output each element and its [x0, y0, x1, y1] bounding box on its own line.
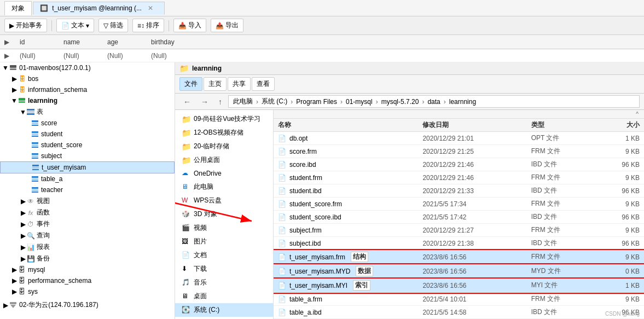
queries-group-item[interactable]: ▶ 🔍 查询: [0, 230, 175, 241]
file-name-11: 📄 t_user_myisam.MYI索引: [278, 280, 422, 291]
functions-group-item[interactable]: ▶ fx 函数: [0, 207, 175, 218]
nav-up-btn[interactable]: ↑: [214, 96, 226, 108]
file-row-6[interactable]: 📄 student_score.ibd2021/5/5 17:42 IBD 文件…: [274, 211, 644, 224]
nav-c-drive[interactable]: 💽 系统 (C:): [175, 303, 273, 317]
server-2-arrow[interactable]: ▶: [2, 301, 9, 309]
server-2-item[interactable]: ▶ 02-华为云(124.70.196.187): [0, 299, 175, 311]
db-bos-item[interactable]: ▶ 🗄 bos: [0, 73, 175, 84]
fe-tab-file[interactable]: 文件: [179, 77, 202, 91]
reports-arrow[interactable]: ▶: [20, 243, 26, 251]
db-perfschema-item[interactable]: ▶ 🗄 performance_schema: [0, 275, 175, 286]
path-learnning: learnning: [449, 98, 476, 106]
table-student-score-item[interactable]: student_score: [0, 140, 175, 150]
sort-btn[interactable]: ≡↕ 排序: [132, 19, 164, 32]
text-btn[interactable]: 📄 文本 ▾: [56, 19, 94, 32]
reports-group-item[interactable]: ▶ 📊 报表: [0, 241, 175, 253]
server-1-item[interactable]: ▼ 01-mavenbos(127.0.0.1): [0, 62, 175, 73]
db-bos-label: bos: [28, 75, 38, 83]
table-subject-item[interactable]: subject: [0, 150, 175, 161]
table-score-item[interactable]: score: [0, 118, 175, 129]
file-row-10[interactable]: 📄 t_user_myisam.MYD数据2023/8/6 16:56 MYD …: [274, 264, 644, 279]
file-row-9[interactable]: 📄 t_user_myisam.frm结构2023/8/6 16:56 FRM …: [274, 250, 644, 264]
nav-pictures[interactable]: 🖼 图片: [175, 235, 273, 248]
file-row-1[interactable]: 📄 score.frm2020/12/29 21:25 FRM 文件 9 KB: [274, 145, 644, 158]
col-age[interactable]: age: [103, 38, 147, 46]
functions-arrow[interactable]: ▶: [20, 209, 26, 217]
nav-forward-btn[interactable]: →: [197, 96, 212, 108]
file-type-9: FRM 文件: [531, 252, 604, 262]
object-tab[interactable]: 对象: [4, 1, 32, 15]
db-sys-item[interactable]: ▶ 🗄 sys: [0, 286, 175, 297]
db-mysql-item[interactable]: ▶ 🗄 mysql: [0, 264, 175, 275]
header-size[interactable]: 大小: [604, 120, 640, 130]
fe-tab-view[interactable]: 查看: [252, 77, 275, 91]
file-row-5[interactable]: 📄 student_score.frm2021/5/5 17:34 FRM 文件…: [274, 198, 644, 211]
filter-btn[interactable]: ▽ 筛选: [98, 19, 128, 32]
header-date[interactable]: 修改日期: [422, 120, 531, 130]
header-type[interactable]: 类型: [531, 120, 604, 130]
file-row-0[interactable]: 📄 db.opt2020/12/29 21:01 OPT 文件 1 KB: [274, 132, 644, 145]
file-row-13[interactable]: 📄 table_a.ibd2021/5/5 14:58 IBD 文件 96 KB: [274, 306, 644, 319]
import-btn[interactable]: 📥 导入: [173, 19, 206, 32]
nav-desktop[interactable]: 🖥 桌面: [175, 289, 273, 303]
nav-09[interactable]: 📁 09-尚硅谷Vue技术学习: [175, 112, 273, 126]
events-arrow[interactable]: ▶: [20, 221, 26, 228]
begin-transaction-btn[interactable]: ▶ 开始事务: [4, 19, 47, 32]
table-teacher-item[interactable]: teacher: [0, 184, 175, 195]
server-1-arrow[interactable]: ▼: [2, 64, 9, 72]
nav-20[interactable]: 📁 20-临时存储: [175, 140, 273, 153]
views-group-item[interactable]: ▶ 👁 视图: [0, 195, 175, 207]
learnning-arrow[interactable]: ▼: [11, 97, 18, 105]
export-btn[interactable]: 📤 导出: [211, 19, 243, 32]
table-student-item[interactable]: student: [0, 129, 175, 140]
perfschema-arrow[interactable]: ▶: [11, 277, 18, 285]
col-birthday[interactable]: birthday: [147, 38, 190, 46]
db-learnning-item[interactable]: ▼ learnning: [0, 95, 175, 106]
file-row-11[interactable]: 📄 t_user_myisam.MYI索引2023/8/6 16:56 MYI …: [274, 279, 644, 293]
close-tab-icon[interactable]: ✕: [148, 4, 153, 12]
nav-downloads[interactable]: ⬇ 下载: [175, 262, 273, 276]
file-row-4[interactable]: 📄 student.ibd2020/12/29 21:33 IBD 文件 96 …: [274, 184, 644, 198]
nav-music[interactable]: 🎵 音乐: [175, 276, 273, 289]
address-path[interactable]: 此电脑 › 系统 (C:) › Program Files › 01-mysql…: [228, 95, 640, 108]
bos-arrow[interactable]: ▶: [11, 75, 18, 83]
tables-arrow[interactable]: ▼: [20, 108, 26, 116]
fe-tab-home[interactable]: 主页: [204, 77, 227, 91]
nav-wps[interactable]: W WPS云盘: [175, 194, 273, 207]
nav-onedrive[interactable]: ☁ OneDrive: [175, 167, 273, 180]
svg-rect-6: [27, 113, 34, 115]
sys-arrow[interactable]: ▶: [11, 288, 18, 295]
tables-group-item[interactable]: ▼ 表: [0, 106, 175, 118]
header-name[interactable]: 名称: [278, 120, 422, 130]
mysql-arrow[interactable]: ▶: [11, 266, 18, 274]
file-row-7[interactable]: 📄 subject.frm2020/12/29 21:27 FRM 文件 9 K…: [274, 224, 644, 237]
nav-public-desktop[interactable]: 📁 公用桌面: [175, 153, 273, 167]
infschema-arrow[interactable]: ▶: [11, 86, 18, 94]
table-table-a-item[interactable]: table_a: [0, 173, 175, 184]
nav-d-drive[interactable]: 💽 本地 (D:): [175, 317, 273, 319]
queries-arrow[interactable]: ▶: [20, 232, 26, 240]
table-tab[interactable]: 🔲 t_user_myisam @learnning (... ✕: [33, 2, 165, 15]
nav-video[interactable]: 🎬 视频: [175, 221, 273, 235]
file-row-2[interactable]: 📄 score.ibd2020/12/29 21:46 IBD 文件 96 KB: [274, 158, 644, 171]
table-score-label: score: [41, 119, 57, 127]
file-row-3[interactable]: 📄 student.frm2020/12/29 21:46 FRM 文件 9 K…: [274, 171, 644, 184]
file-row-12[interactable]: 📄 table_a.frm2021/5/4 10:01 FRM 文件 9 KB: [274, 293, 644, 306]
views-arrow[interactable]: ▶: [20, 198, 26, 205]
backup-arrow[interactable]: ▶: [20, 255, 26, 263]
backup-group-item[interactable]: ▶ 💾 备份: [0, 253, 175, 264]
nav-this-pc[interactable]: 🖥 此电脑: [175, 180, 273, 194]
table-t-user-myisam-item[interactable]: t_user_myisam: [0, 161, 175, 173]
nav-3d[interactable]: 🎲 3D 对象: [175, 207, 273, 221]
toolbar-sep-1: [51, 20, 52, 31]
col-id[interactable]: id: [15, 38, 59, 46]
col-name[interactable]: name: [59, 38, 103, 46]
events-group-item[interactable]: ▶ ⏱ 事件: [0, 218, 175, 230]
db-infschema-item[interactable]: ▶ 🗄 information_schema: [0, 84, 175, 95]
nav-docs[interactable]: 📄 文档: [175, 248, 273, 262]
fe-tab-share[interactable]: 共享: [228, 77, 251, 91]
nav-back-btn[interactable]: ←: [179, 96, 195, 108]
path-data: data: [427, 98, 440, 106]
nav-12[interactable]: 📁 12-OBS视频存储: [175, 126, 273, 140]
file-row-8[interactable]: 📄 subject.ibd2020/12/29 21:38 IBD 文件 96 …: [274, 237, 644, 250]
